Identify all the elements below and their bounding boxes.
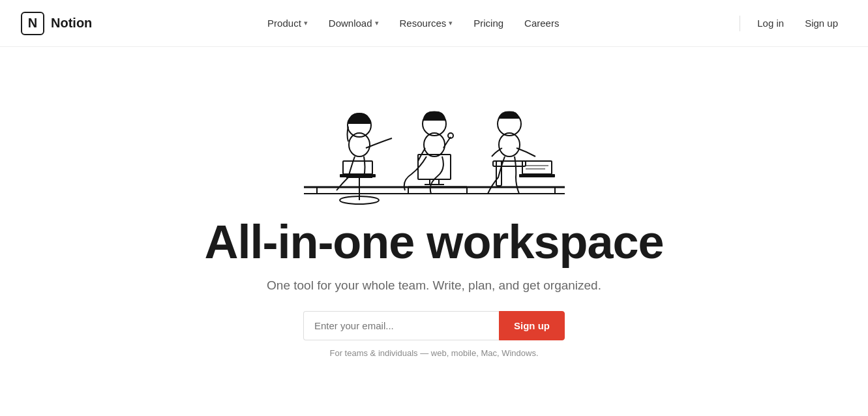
chevron-down-icon: ▾: [449, 19, 453, 27]
nav-divider: [740, 16, 740, 31]
hero-signup-form: Sign up: [303, 311, 565, 340]
hero-subtitle: One tool for your whole team. Write, pla…: [267, 278, 601, 293]
nav-download[interactable]: Download ▾: [320, 12, 388, 34]
svg-rect-8: [418, 155, 451, 179]
nav-resources[interactable]: Resources ▾: [391, 12, 462, 34]
chevron-down-icon: ▾: [304, 19, 308, 27]
brand-name: Notion: [51, 16, 92, 31]
nav-careers[interactable]: Careers: [515, 12, 568, 34]
logo-icon: N: [21, 12, 44, 35]
nav-auth: Log in Sign up: [734, 12, 847, 34]
nav-pricing[interactable]: Pricing: [464, 12, 513, 34]
svg-rect-15: [493, 161, 526, 166]
hero-illustration: [245, 60, 623, 210]
chevron-down-icon: ▾: [375, 19, 379, 27]
signup-nav-button[interactable]: Sign up: [796, 12, 847, 34]
hero-title: All-in-one workspace: [204, 216, 663, 268]
hero-section: All-in-one workspace One tool for your w…: [0, 47, 868, 384]
svg-rect-7: [343, 161, 372, 174]
logo-link[interactable]: N Notion: [21, 12, 92, 35]
main-nav: N Notion Product ▾ Download ▾ Resources …: [0, 0, 868, 47]
svg-rect-19: [522, 161, 552, 174]
signup-hero-button[interactable]: Sign up: [499, 311, 565, 340]
nav-links: Product ▾ Download ▾ Resources ▾ Pricing…: [258, 12, 568, 34]
email-input[interactable]: [303, 311, 499, 340]
svg-point-16: [499, 133, 520, 156]
hero-footnote: For teams & individuals — web, mobile, M…: [329, 348, 538, 358]
login-button[interactable]: Log in: [748, 12, 793, 34]
svg-point-11: [424, 133, 445, 156]
nav-product[interactable]: Product ▾: [258, 12, 317, 34]
